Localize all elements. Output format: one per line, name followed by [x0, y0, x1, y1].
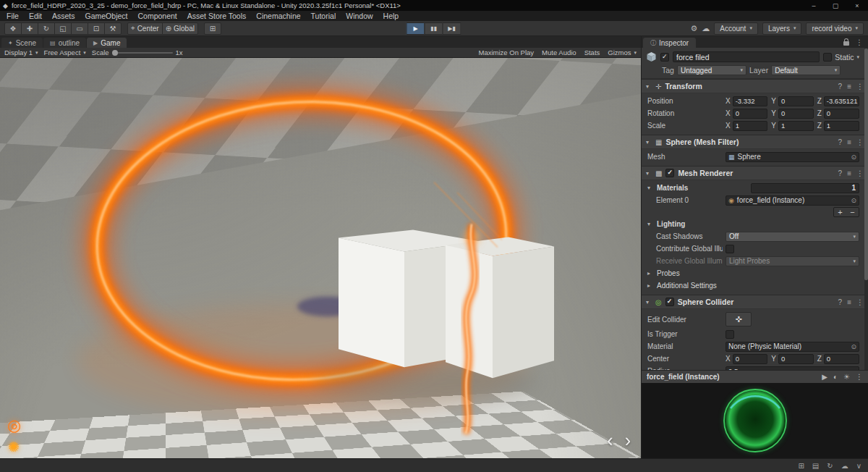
rotate-tool-button[interactable]: ↻ — [38, 22, 55, 35]
foldout-icon[interactable]: ▾ — [646, 299, 652, 305]
help-icon[interactable]: ? — [838, 138, 843, 146]
help-icon[interactable]: ? — [838, 298, 843, 306]
preview-play-icon[interactable]: ▶ — [822, 373, 827, 381]
material-preview-header[interactable]: force_field (Instance) ▶ ◐ ☀ ⋮ — [642, 371, 868, 383]
gizmos-dropdown[interactable]: Gizmos ▾ — [608, 49, 637, 56]
mesh-renderer-header[interactable]: ▾ ▩ Mesh Renderer ? ≡ ⋮ — [642, 167, 868, 180]
services-gear-icon[interactable]: ⚙ — [690, 24, 697, 33]
presets-icon[interactable]: ≡ — [847, 138, 851, 146]
transform-header[interactable]: ▾ ✛ Transform ? ≡ ⋮ — [642, 80, 868, 93]
scale-z-field[interactable]: 1 — [824, 121, 859, 131]
view-tool-button[interactable]: ❖ — [4, 22, 22, 35]
material-preview-canvas[interactable] — [642, 383, 868, 458]
tag-dropdown[interactable]: Untagged ▾ — [677, 65, 746, 75]
space-global-button[interactable]: ⊕ Global — [162, 22, 198, 35]
additional-settings-foldout[interactable]: ▸ Additional Settings — [647, 280, 859, 291]
add-material-button[interactable]: + — [834, 208, 846, 216]
kebab-menu-icon[interactable]: ⋮ — [856, 373, 863, 381]
scale-x-field[interactable]: 1 — [733, 121, 768, 131]
nav-prev-arrow[interactable]: ‹ — [607, 431, 613, 450]
custom-tool-button[interactable]: ⚒ — [104, 22, 122, 35]
foldout-icon[interactable]: ▾ — [646, 170, 652, 177]
close-button[interactable]: × — [846, 0, 868, 11]
tab-outline[interactable]: ▤ outline — [43, 38, 86, 48]
radius-field[interactable]: 0.5 — [726, 366, 859, 371]
transform-tool-button[interactable]: ⊡ — [88, 22, 105, 35]
materials-foldout[interactable]: ▾ Materials 1 — [647, 182, 859, 193]
presets-icon[interactable]: ≡ — [847, 169, 851, 177]
cloud-status-icon[interactable]: ☁ — [841, 462, 848, 470]
scale-slider[interactable] — [112, 52, 173, 54]
menu-help[interactable]: Help — [378, 11, 404, 21]
rotation-z-field[interactable]: 0 — [824, 109, 859, 119]
static-checkbox[interactable] — [823, 53, 832, 62]
preview-sphere-icon[interactable]: ◐ — [833, 373, 838, 381]
collapse-icon[interactable]: ∨ — [856, 462, 861, 470]
kebab-menu-icon[interactable]: ⋮ — [856, 138, 864, 146]
tab-inspector[interactable]: ⓘ Inspector — [643, 38, 696, 48]
inspector-menu-icon[interactable]: ⋮ — [856, 38, 864, 46]
menu-gameobject[interactable]: GameObject — [80, 11, 133, 21]
mesh-renderer-enabled-checkbox[interactable] — [665, 169, 674, 177]
menu-window[interactable]: Window — [341, 11, 378, 21]
is-trigger-checkbox[interactable] — [726, 330, 734, 339]
center-y-field[interactable]: 0 — [778, 354, 814, 364]
lock-icon[interactable] — [843, 41, 849, 46]
presets-icon[interactable]: ≡ — [847, 298, 851, 306]
contribute-gi-checkbox[interactable] — [726, 245, 734, 253]
scale-y-field[interactable]: 1 — [778, 121, 814, 131]
display-dropdown[interactable]: Display 1 ▾ — [4, 49, 38, 56]
rotation-y-field[interactable]: 0 — [778, 109, 814, 119]
active-checkbox[interactable] — [660, 53, 669, 62]
scale-slider-knob[interactable] — [112, 50, 118, 56]
sphere-collider-enabled-checkbox[interactable] — [665, 298, 674, 306]
menu-edit[interactable]: Edit — [24, 11, 47, 21]
menu-assets[interactable]: Assets — [47, 11, 80, 21]
rect-tool-button[interactable]: ▭ — [71, 22, 88, 35]
physic-material-field[interactable]: None (Physic Material) ⊙ — [726, 342, 859, 352]
scale-tool-button[interactable]: ◱ — [54, 22, 72, 35]
position-x-field[interactable]: -3.332 — [733, 96, 768, 106]
position-z-field[interactable]: -3.635121 — [824, 96, 859, 106]
play-button[interactable]: ▶ — [407, 22, 425, 35]
cast-shadows-dropdown[interactable]: Off ▾ — [726, 232, 859, 242]
gameobject-name-field[interactable]: force filed — [673, 51, 820, 62]
kebab-menu-icon[interactable]: ⋮ — [856, 169, 864, 177]
object-picker-icon[interactable]: ⊙ — [851, 197, 856, 204]
sphere-collider-header[interactable]: ▾ ◎ Sphere Collider ? ≡ ⋮ — [642, 295, 868, 309]
probes-foldout[interactable]: ▸ Probes — [647, 268, 859, 279]
position-y-field[interactable]: 0 — [778, 96, 814, 106]
menu-file[interactable]: File — [1, 11, 24, 21]
account-dropdown[interactable]: Account ▾ — [714, 22, 758, 35]
preview-light-icon[interactable]: ☀ — [843, 373, 850, 381]
activity-icon[interactable]: ↻ — [827, 462, 833, 470]
layer-dropdown[interactable]: Default ▾ — [771, 65, 841, 75]
center-x-field[interactable]: 0 — [733, 354, 768, 364]
minimize-button[interactable]: – — [803, 0, 825, 11]
remove-material-button[interactable]: − — [846, 208, 859, 216]
material-object-field[interactable]: ◉ force_field (Instance) ⊙ — [726, 195, 859, 206]
tab-scene[interactable]: ✦ Scene — [1, 38, 43, 48]
maximize-button[interactable]: ▢ — [825, 0, 846, 11]
aspect-dropdown[interactable]: Free Aspect ▾ — [44, 49, 86, 56]
foldout-icon[interactable]: ▾ — [646, 139, 652, 146]
stats-toggle[interactable]: Stats — [584, 49, 600, 56]
nav-next-arrow[interactable]: › — [625, 431, 631, 450]
presets-icon[interactable]: ≡ — [847, 83, 851, 90]
scrollbar-thumb[interactable] — [864, 49, 868, 280]
help-icon[interactable]: ? — [838, 83, 843, 90]
help-icon[interactable]: ? — [838, 169, 843, 177]
step-button[interactable]: ▶▮ — [443, 22, 461, 35]
inspector-scrollbar[interactable] — [864, 48, 868, 370]
kebab-menu-icon[interactable]: ⋮ — [856, 298, 864, 306]
object-picker-icon[interactable]: ⊙ — [851, 343, 856, 350]
game-viewport[interactable]: ◎ ✺ ‹ › — [0, 58, 641, 458]
lighting-foldout[interactable]: ▾ Lighting — [647, 219, 859, 229]
menu-asset-store-tools[interactable]: Asset Store Tools — [182, 11, 252, 21]
materials-count-field[interactable]: 1 — [751, 183, 859, 193]
center-z-field[interactable]: 0 — [824, 354, 859, 364]
static-dropdown-icon[interactable]: ▾ — [856, 54, 859, 60]
rotation-x-field[interactable]: 0 — [733, 109, 768, 119]
edit-collider-button[interactable]: ✜ — [726, 312, 752, 326]
mesh-object-field[interactable]: ▦ Sphere ⊙ — [726, 152, 859, 162]
